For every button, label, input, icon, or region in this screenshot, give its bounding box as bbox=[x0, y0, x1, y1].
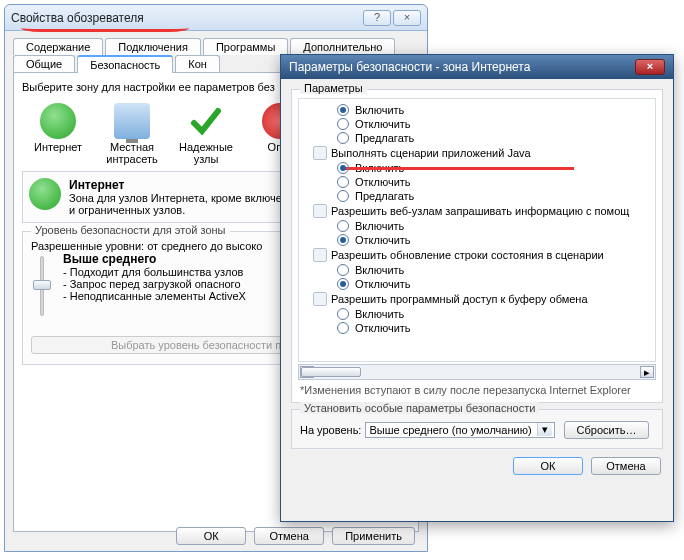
scrollbar-thumb[interactable] bbox=[301, 367, 361, 377]
tree-option[interactable]: Отключить bbox=[299, 117, 655, 131]
group-title: Установить особые параметры безопасности bbox=[300, 402, 539, 414]
help-button[interactable]: ? bbox=[363, 10, 391, 26]
node-label: Предлагать bbox=[355, 132, 414, 144]
radio-icon[interactable] bbox=[337, 308, 349, 320]
tree-option[interactable]: Отключить bbox=[299, 277, 655, 291]
radio-icon[interactable] bbox=[337, 190, 349, 202]
node-label: Отключить bbox=[355, 176, 411, 188]
tree-option[interactable]: Включить bbox=[299, 263, 655, 277]
zone-name: Интернет bbox=[69, 178, 124, 192]
tab-security[interactable]: Безопасность bbox=[77, 55, 173, 73]
node-label: Разрешить веб-узлам запрашивать информац… bbox=[331, 205, 629, 217]
tree-option[interactable]: Отключить bbox=[299, 175, 655, 189]
radio-icon[interactable] bbox=[337, 118, 349, 130]
apply-button[interactable]: Применить bbox=[332, 527, 415, 545]
dialog-title: Свойства обозревателя bbox=[11, 11, 363, 25]
group-title: Параметры bbox=[300, 82, 367, 94]
restart-note: *Изменения вступают в силу после перезап… bbox=[300, 384, 654, 396]
node-label: Включить bbox=[355, 308, 404, 320]
tree-option[interactable]: Предлагать bbox=[299, 189, 655, 203]
checkmark-icon bbox=[188, 103, 224, 139]
level-point: - Подходит для большинства узлов bbox=[63, 266, 243, 278]
close-button[interactable]: × bbox=[393, 10, 421, 26]
node-label: Включить bbox=[355, 220, 404, 232]
zone-label: Интернет bbox=[26, 141, 90, 153]
radio-icon[interactable] bbox=[337, 234, 349, 246]
zone-trusted[interactable]: Надежные узлы bbox=[174, 103, 238, 165]
node-label: Разрешить программный доступ к буферу об… bbox=[331, 293, 588, 305]
node-label: Разрешить обновление строки состояния в … bbox=[331, 249, 604, 261]
node-label: Выполнять сценарии приложений Java bbox=[331, 147, 531, 159]
radio-icon[interactable] bbox=[337, 132, 349, 144]
radio-icon[interactable] bbox=[337, 162, 349, 174]
node-label: Отключить bbox=[355, 278, 411, 290]
dialog-footer: ОК Отмена bbox=[281, 457, 673, 485]
level-description: Выше среднего - Подходит для большинства… bbox=[63, 252, 246, 302]
tab-general[interactable]: Общие bbox=[13, 55, 75, 73]
radio-icon[interactable] bbox=[337, 220, 349, 232]
tree-section: Разрешить программный доступ к буферу об… bbox=[299, 291, 655, 307]
slider-thumb[interactable] bbox=[33, 280, 51, 290]
security-settings-dialog: Параметры безопасности - зона Интернета … bbox=[280, 54, 674, 522]
tab-advanced[interactable]: Дополнительно bbox=[290, 38, 395, 55]
dialog-footer: ОК Отмена Применить bbox=[5, 527, 427, 545]
horizontal-scrollbar[interactable]: ◂ ▸ bbox=[298, 364, 656, 380]
section-icon bbox=[313, 292, 327, 306]
highlight-annotation bbox=[344, 166, 574, 170]
tree-section: Разрешить обновление строки состояния в … bbox=[299, 247, 655, 263]
monitor-icon bbox=[114, 103, 150, 139]
tree-section: Выполнять сценарии приложений Java bbox=[299, 145, 655, 161]
level-name: Выше среднего bbox=[63, 252, 156, 266]
cancel-button[interactable]: Отмена bbox=[254, 527, 324, 545]
titlebar[interactable]: Параметры безопасности - зона Интернета … bbox=[281, 55, 673, 79]
close-button[interactable]: × bbox=[635, 59, 665, 75]
settings-group: Параметры ВключитьОтключитьПредлагатьВып… bbox=[291, 89, 663, 403]
reset-group: Установить особые параметры безопасности… bbox=[291, 409, 663, 449]
tree-section: Разрешить веб-узлам запрашивать информац… bbox=[299, 203, 655, 219]
level-point: - Неподписанные элементы ActiveX bbox=[63, 290, 246, 302]
node-label: Отключить bbox=[355, 322, 411, 334]
settings-tree[interactable]: ВключитьОтключитьПредлагатьВыполнять сце… bbox=[298, 98, 656, 362]
tree-option[interactable]: Отключить bbox=[299, 321, 655, 335]
node-label: Включить bbox=[355, 104, 404, 116]
zone-label: Надежные узлы bbox=[174, 141, 238, 165]
tab-programs[interactable]: Программы bbox=[203, 38, 288, 55]
reset-label: На уровень: bbox=[300, 424, 361, 436]
cancel-button[interactable]: Отмена bbox=[591, 457, 661, 475]
zone-internet[interactable]: Интернет bbox=[26, 103, 90, 165]
zone-intranet[interactable]: Местная интрасеть bbox=[100, 103, 164, 165]
scroll-right-arrow[interactable]: ▸ bbox=[640, 366, 654, 378]
tree-option[interactable]: Включить bbox=[299, 103, 655, 117]
zone-label: Местная интрасеть bbox=[100, 141, 164, 165]
globe-icon bbox=[29, 178, 61, 210]
ok-button[interactable]: ОК bbox=[513, 457, 583, 475]
reset-button[interactable]: Сбросить… bbox=[564, 421, 650, 439]
node-label: Включить bbox=[355, 264, 404, 276]
highlight-annotation bbox=[21, 28, 189, 32]
radio-icon[interactable] bbox=[337, 104, 349, 116]
radio-icon[interactable] bbox=[337, 278, 349, 290]
tab-content[interactable]: Содержание bbox=[13, 38, 103, 55]
section-icon bbox=[313, 248, 327, 262]
radio-icon[interactable] bbox=[337, 322, 349, 334]
tab-connections[interactable]: Подключения bbox=[105, 38, 201, 55]
tree-option[interactable]: Включить bbox=[299, 307, 655, 321]
radio-icon[interactable] bbox=[337, 264, 349, 276]
ok-button[interactable]: ОК bbox=[176, 527, 246, 545]
group-title: Уровень безопасности для этой зоны bbox=[31, 224, 230, 236]
section-icon bbox=[313, 146, 327, 160]
tree-option[interactable]: Включить bbox=[299, 219, 655, 233]
tab-privacy-cut[interactable]: Кон bbox=[175, 55, 220, 73]
level-point: - Запрос перед загрузкой опасного bbox=[63, 278, 241, 290]
tree-option[interactable]: Предлагать bbox=[299, 131, 655, 145]
node-label: Отключить bbox=[355, 118, 411, 130]
reset-level-combo[interactable]: Выше среднего (по умолчанию) bbox=[365, 422, 555, 438]
globe-icon bbox=[40, 103, 76, 139]
section-icon bbox=[313, 204, 327, 218]
security-level-slider[interactable] bbox=[31, 252, 53, 302]
dialog-title: Параметры безопасности - зона Интернета bbox=[289, 60, 635, 74]
node-label: Предлагать bbox=[355, 190, 414, 202]
radio-icon[interactable] bbox=[337, 176, 349, 188]
node-label: Отключить bbox=[355, 234, 411, 246]
tree-option[interactable]: Отключить bbox=[299, 233, 655, 247]
